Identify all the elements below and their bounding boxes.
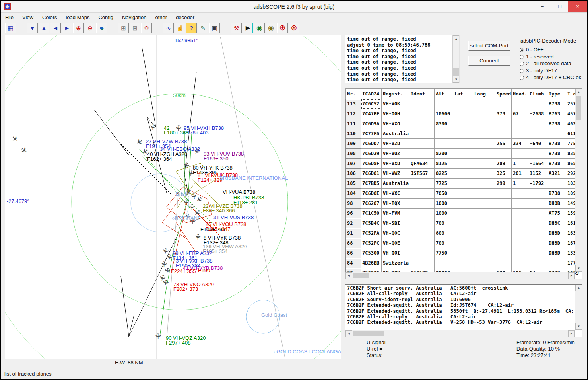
table-cell[interactable] — [495, 99, 512, 109]
table-cell[interactable]: 7C6D8E — [361, 189, 382, 199]
table-row[interactable]: 967C1C50VH-FVM1000AT751594 — [346, 209, 582, 218]
table-cell[interactable]: 113 — [346, 99, 361, 109]
table-vertical-scrollbar[interactable]: ▲ ▼ — [575, 89, 582, 272]
table-cell[interactable] — [409, 258, 435, 268]
table-cell[interactable] — [473, 119, 495, 129]
table-cell[interactable]: 110 — [346, 129, 361, 139]
table-cell[interactable] — [512, 258, 528, 268]
table-cell[interactable]: DH8D — [547, 248, 566, 258]
table-cell[interactable] — [473, 199, 495, 209]
close-button[interactable]: × — [568, 1, 587, 12]
table-cell[interactable]: 7725 — [435, 179, 453, 189]
menu-item-decoder[interactable]: decoder — [171, 13, 199, 21]
run-icon[interactable]: ▶ — [243, 23, 253, 33]
bottomlog-hscroll-thumb[interactable] — [353, 331, 384, 336]
table-header-type[interactable]: Type — [547, 89, 566, 99]
table-cell[interactable] — [528, 258, 547, 268]
table-cell[interactable]: 7C6287 — [361, 199, 382, 209]
table-cell[interactable] — [512, 228, 528, 238]
table-cell[interactable] — [512, 218, 528, 228]
table-cell[interactable] — [473, 149, 495, 159]
toplog-vertical-scrollbar[interactable]: ▲ ▼ — [452, 35, 459, 83]
table-cell[interactable]: 7C47BF — [361, 109, 382, 119]
table-cell[interactable] — [453, 139, 473, 149]
table-cell[interactable] — [453, 149, 473, 159]
menu-item-colors[interactable]: Colors — [38, 13, 62, 21]
table-cell[interactable]: VH-QOI — [382, 248, 409, 258]
table-cell[interactable]: DH8C — [547, 218, 566, 228]
table-cell[interactable]: VH-VUZ — [382, 149, 409, 159]
table-cell[interactable]: 4B26BB — [361, 258, 382, 268]
minimize-button[interactable]: – — [534, 1, 551, 12]
table-row[interactable]: 1097C6DD7VH-VZD255334-640B7387758 — [346, 139, 582, 149]
table-cell[interactable]: B738 — [547, 159, 566, 169]
table-cell[interactable]: 111 — [346, 119, 361, 129]
table-cell[interactable]: JST567 — [409, 169, 435, 179]
table-row[interactable]: 1077C6D8FVH-VXDQFA63481252891-1664B73886… — [346, 159, 582, 169]
help-book-icon[interactable]: ? — [186, 23, 197, 33]
table-cell[interactable]: 1 — [512, 159, 528, 169]
pan-right-icon[interactable]: ► — [62, 23, 72, 33]
table-row[interactable]: 917C52FAVH-QOC800DH8D1634 — [346, 228, 582, 238]
table-row[interactable]: 1127C47BFVH-OGH1060037367-2688B7634575 — [346, 109, 582, 119]
table-cell[interactable] — [495, 228, 512, 238]
table-cell[interactable]: QFA634 — [409, 159, 435, 169]
table-cell[interactable] — [473, 248, 495, 258]
table-cell[interactable] — [528, 99, 547, 109]
table-cell[interactable] — [409, 228, 435, 238]
table-cell[interactable] — [473, 129, 495, 139]
table-cell[interactable]: 7C6C52 — [361, 99, 382, 109]
scroll-left-icon[interactable]: ◄ — [345, 330, 352, 337]
table-cell[interactable] — [495, 189, 512, 199]
table-cell[interactable]: B738 — [547, 139, 566, 149]
table-cell[interactable]: 325 — [495, 169, 512, 179]
scroll-down-icon[interactable]: ▼ — [453, 76, 460, 83]
table-cell[interactable] — [453, 109, 473, 119]
table-cell[interactable]: 92 — [346, 218, 361, 228]
table-header-nr[interactable]: Nr. — [346, 89, 361, 99]
table-cell[interactable]: 255 — [495, 139, 512, 149]
table-cell[interactable] — [409, 149, 435, 159]
scroll-right-icon[interactable]: ► — [568, 272, 575, 279]
table-cell[interactable] — [409, 179, 435, 189]
wheel-icon[interactable]: ⊛ — [289, 23, 299, 33]
table-cell[interactable] — [512, 129, 528, 139]
table-cell[interactable] — [547, 179, 566, 189]
table-cell[interactable]: VH-VXO — [382, 119, 409, 129]
table-cell[interactable]: 105 — [346, 179, 361, 189]
network-tree-icon[interactable]: ⊞ — [118, 23, 129, 33]
table-cell[interactable] — [409, 218, 435, 228]
frame-detail-log[interactable]: 7C6B2F Short-air-sourv. Australia AC:560… — [345, 284, 582, 337]
table-cell[interactable]: 106 — [346, 169, 361, 179]
table-cell[interactable]: 1000 — [435, 199, 453, 209]
table-cell[interactable]: 7C6D8F — [361, 159, 382, 169]
table-cell[interactable]: -1664 — [528, 159, 547, 169]
table-cell[interactable] — [495, 248, 512, 258]
decoder-mode-option-1[interactable]: 1 - reserved — [520, 54, 553, 59]
table-cell[interactable] — [495, 149, 512, 159]
table-row[interactable]: 867C5300VH-QOI7750DH8D1334 — [346, 248, 582, 258]
network-tree-2-icon[interactable]: ⊞ — [130, 23, 140, 33]
table-cell[interactable] — [495, 209, 512, 218]
table-cell[interactable] — [453, 99, 473, 109]
table-cell[interactable] — [409, 109, 435, 119]
table-cell[interactable]: 7C52FA — [361, 228, 382, 238]
table-cell[interactable] — [453, 159, 473, 169]
table-cell[interactable]: 108 — [346, 149, 361, 159]
table-cell[interactable]: A321 — [547, 169, 566, 179]
table-row[interactable]: 1047C6D8EVH-VXC7850B7381090 — [346, 189, 582, 199]
table-cell[interactable] — [409, 99, 435, 109]
table-cell[interactable]: Australia — [382, 179, 409, 189]
table-cell[interactable]: VH-VXC — [382, 189, 409, 199]
table-header-climb[interactable]: Climb — [528, 89, 547, 99]
table-cell[interactable]: 7C52FC — [361, 238, 382, 248]
scroll-left-icon[interactable]: ◄ — [345, 272, 352, 279]
table-cell[interactable]: 7C6D81 — [361, 169, 382, 179]
table-cell[interactable] — [453, 119, 473, 129]
table-cell[interactable] — [473, 228, 495, 238]
table-cell[interactable]: 7C77F5 — [361, 129, 382, 139]
table-cell[interactable] — [528, 248, 547, 258]
table-cell[interactable] — [453, 199, 473, 209]
led-green-icon[interactable]: ◉ — [254, 23, 265, 33]
table-cell[interactable] — [409, 189, 435, 199]
